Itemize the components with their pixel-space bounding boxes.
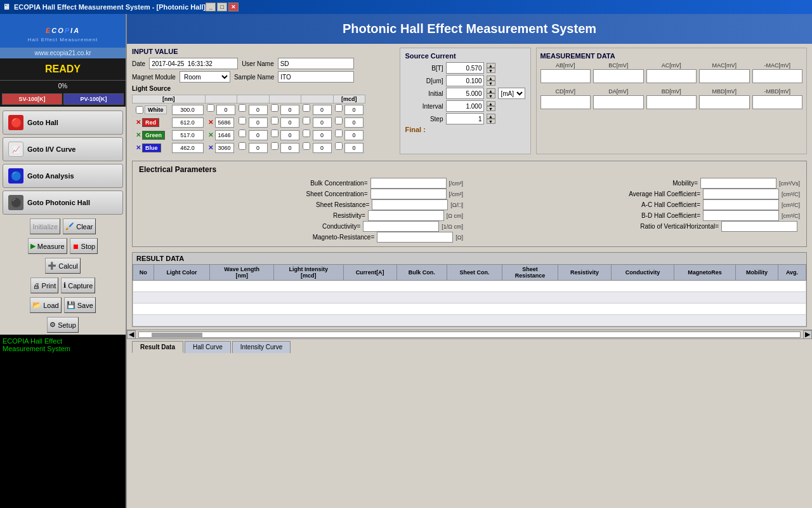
- b-input[interactable]: [446, 62, 484, 74]
- ratio-input[interactable]: [721, 221, 797, 232]
- mbd-input[interactable]: [699, 95, 750, 109]
- maximize-button[interactable]: □: [217, 3, 227, 11]
- magnet-select[interactable]: RoomLN2LHe: [180, 71, 230, 83]
- white-v5[interactable]: [344, 105, 363, 115]
- white-c2[interactable]: [239, 104, 246, 112]
- green-wavelength[interactable]: [172, 130, 204, 140]
- minimize-button[interactable]: _: [206, 3, 216, 11]
- clear-button[interactable]: 🖌️ Clear: [63, 218, 95, 234]
- sv-sensor-button[interactable]: SV-100[K]: [2, 93, 62, 105]
- conductivity-input[interactable]: [363, 221, 439, 232]
- green-v1[interactable]: [215, 130, 234, 140]
- white-v4[interactable]: [313, 105, 332, 115]
- white-c3[interactable]: [271, 104, 278, 112]
- tab-intensity-curve[interactable]: Intensity Curve: [232, 341, 291, 353]
- sample-input[interactable]: [278, 71, 354, 83]
- green-c2[interactable]: [239, 130, 246, 137]
- goto-photonic-button[interactable]: ⚫ Goto Photonic Hall: [3, 190, 123, 215]
- username-input[interactable]: [278, 58, 354, 69]
- interval-down[interactable]: ▼: [487, 106, 495, 111]
- bd-hall-input[interactable]: [703, 210, 779, 221]
- avg-hall-input[interactable]: [703, 189, 779, 199]
- white-wavelength[interactable]: [172, 105, 204, 115]
- blue-v5[interactable]: [344, 143, 363, 153]
- red-v4[interactable]: [313, 117, 332, 128]
- blue-v2[interactable]: [249, 143, 268, 153]
- result-table-container[interactable]: No Light Color Wave Length[nm] Light Int…: [133, 264, 806, 326]
- green-c3[interactable]: [271, 130, 278, 137]
- white-checkbox[interactable]: [136, 106, 143, 114]
- blue-wavelength[interactable]: [172, 143, 204, 153]
- white-c1[interactable]: [207, 104, 214, 112]
- stop-button[interactable]: ⏹ Stop: [70, 238, 98, 254]
- green-c4[interactable]: [303, 130, 310, 137]
- interval-up[interactable]: ▲: [487, 101, 495, 106]
- blue-c4[interactable]: [303, 142, 310, 150]
- blue-v3[interactable]: [280, 143, 299, 153]
- ac-hall-input[interactable]: [703, 199, 779, 210]
- white-v2[interactable]: [249, 105, 268, 115]
- bc-input[interactable]: [593, 69, 644, 83]
- scroll-left[interactable]: ◀: [127, 330, 136, 339]
- green-v3[interactable]: [280, 130, 299, 140]
- white-v1[interactable]: [216, 105, 235, 115]
- print-button[interactable]: 🖨 Print: [30, 277, 59, 293]
- sheet-res-input[interactable]: [372, 199, 448, 210]
- step-input[interactable]: [446, 113, 484, 124]
- blue-v1[interactable]: [215, 143, 234, 153]
- bd-input[interactable]: [646, 95, 697, 109]
- mac-input[interactable]: [699, 69, 750, 83]
- ac-input[interactable]: [646, 69, 697, 83]
- step-up[interactable]: ▲: [487, 114, 495, 119]
- red-c5[interactable]: [335, 117, 343, 124]
- calcul-button[interactable]: ➕ Calcul: [45, 258, 81, 274]
- red-c3[interactable]: [271, 117, 278, 124]
- da-input[interactable]: [593, 95, 644, 109]
- red-c4[interactable]: [303, 117, 310, 124]
- red-v1[interactable]: [215, 117, 234, 128]
- interval-input[interactable]: [446, 100, 484, 112]
- tab-hall-curve[interactable]: Hall Curve: [185, 341, 231, 353]
- scrollbar[interactable]: [138, 331, 801, 338]
- capture-button[interactable]: ℹ Capture: [61, 277, 95, 293]
- pv-sensor-button[interactable]: PV-100[K]: [63, 93, 124, 105]
- initial-input[interactable]: [446, 88, 484, 99]
- tab-result-data[interactable]: Result Data: [132, 341, 183, 353]
- blue-v4[interactable]: [313, 143, 332, 153]
- bulk-conc-input[interactable]: [370, 178, 447, 189]
- green-c5[interactable]: [335, 130, 343, 137]
- measure-button[interactable]: ▶ Measure: [28, 238, 67, 254]
- neg-mac-input[interactable]: [752, 69, 803, 83]
- initial-down[interactable]: ▼: [487, 93, 495, 98]
- b-up[interactable]: ▲: [487, 63, 495, 68]
- cd-input[interactable]: [540, 95, 591, 109]
- step-down[interactable]: ▼: [487, 119, 495, 124]
- green-v5[interactable]: [344, 130, 363, 140]
- save-button[interactable]: 💾 Save: [64, 297, 96, 313]
- load-button[interactable]: 📂 Load: [30, 297, 61, 313]
- b-down[interactable]: ▼: [487, 68, 495, 73]
- initialize-button[interactable]: Initialize: [30, 218, 60, 234]
- green-v4[interactable]: [313, 130, 332, 140]
- goto-iv-button[interactable]: 📈 Goto I/V Curve: [3, 137, 123, 161]
- red-v5[interactable]: [344, 117, 363, 128]
- goto-analysis-button[interactable]: 🔵 Goto Analysis: [3, 164, 123, 188]
- mobility-input[interactable]: [700, 178, 776, 189]
- unit-select[interactable]: [mA][A][uA]: [498, 88, 525, 99]
- initial-up[interactable]: ▲: [487, 88, 495, 93]
- d-input[interactable]: [446, 75, 484, 86]
- d-down[interactable]: ▼: [487, 81, 495, 86]
- scroll-right[interactable]: ▶: [803, 330, 812, 339]
- white-v3[interactable]: [280, 105, 299, 115]
- red-v3[interactable]: [280, 117, 299, 128]
- close-button[interactable]: ✕: [228, 3, 239, 11]
- resistivity-input[interactable]: [368, 210, 444, 221]
- d-up[interactable]: ▲: [487, 76, 495, 81]
- scrollbar-thumb[interactable]: [152, 333, 202, 338]
- green-v2[interactable]: [249, 130, 268, 140]
- red-c2[interactable]: [239, 117, 246, 124]
- white-c5[interactable]: [335, 104, 343, 112]
- blue-c5[interactable]: [335, 142, 343, 150]
- blue-c2[interactable]: [239, 142, 246, 150]
- setup-button[interactable]: ⚙ Setup: [47, 317, 79, 333]
